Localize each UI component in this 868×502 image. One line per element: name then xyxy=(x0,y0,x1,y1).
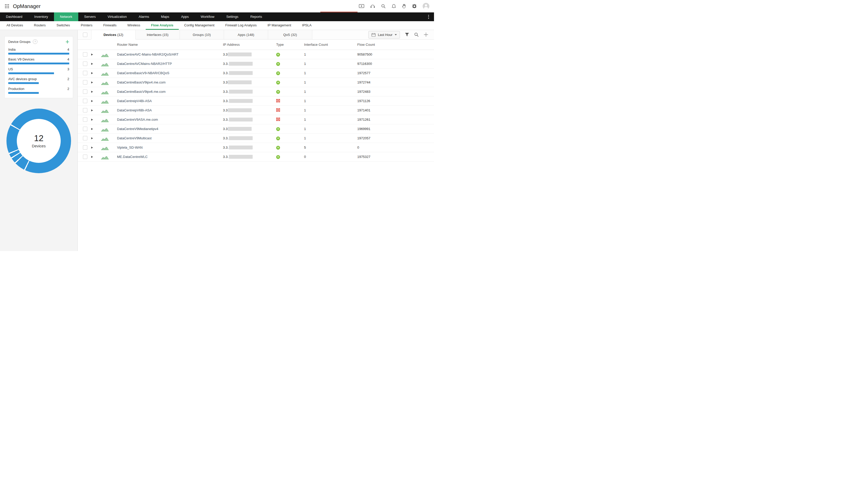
nav-maps[interactable]: Maps xyxy=(155,12,175,21)
expand-arrow-icon[interactable] xyxy=(91,63,93,65)
group-item-india[interactable]: India 4 xyxy=(5,46,73,56)
row-checkbox[interactable] xyxy=(83,80,87,84)
sparkline-chart-icon[interactable] xyxy=(101,154,117,160)
router-name-link[interactable]: DataCentreipV4Bi-ASA xyxy=(117,99,223,103)
subnav-switches[interactable]: Switches xyxy=(51,21,75,30)
tab-groups[interactable]: Groups (10) xyxy=(180,30,224,39)
row-checkbox[interactable] xyxy=(83,61,87,66)
group-item-us[interactable]: US 3 xyxy=(5,66,73,76)
nav-alarms[interactable]: Alarms xyxy=(133,12,155,21)
search-icon[interactable] xyxy=(381,4,386,9)
help-icon[interactable]: ? xyxy=(33,39,38,44)
subnav-ip-management[interactable]: IP Management xyxy=(262,21,297,30)
nav-reports[interactable]: Reports xyxy=(245,12,268,21)
row-checkbox[interactable] xyxy=(83,108,87,112)
row-checkbox[interactable] xyxy=(83,99,87,103)
router-name-link[interactable]: DataCentreBasicV9ipv4.me.com xyxy=(117,80,223,84)
user-avatar[interactable] xyxy=(423,3,429,10)
row-checkbox[interactable] xyxy=(83,127,87,131)
group-item-basic-v9[interactable]: Basic V9 Devices 4 xyxy=(5,56,73,66)
demo-player-icon[interactable] xyxy=(359,4,364,9)
nav-settings[interactable]: Settings xyxy=(220,12,245,21)
tab-interfaces[interactable]: Interfaces (15) xyxy=(136,30,180,39)
router-name-link[interactable]: DataCentreBasicV9-NBAR/CBQoS xyxy=(117,71,223,75)
expand-arrow-icon[interactable] xyxy=(91,72,93,74)
col-flow-count[interactable]: Flow Count xyxy=(357,43,434,47)
time-range-dropdown[interactable]: Last Hour xyxy=(369,31,400,39)
expand-arrow-icon[interactable] xyxy=(91,53,93,56)
router-name-link[interactable]: DataCentreipV6Bi-ASA xyxy=(117,108,223,112)
col-interface-count[interactable]: Interface Count xyxy=(304,43,357,47)
row-checkbox[interactable] xyxy=(83,89,87,94)
nav-servers[interactable]: Servers xyxy=(78,12,102,21)
apps-grid-icon[interactable] xyxy=(5,4,9,9)
filter-funnel-icon[interactable] xyxy=(405,32,409,37)
sparkline-chart-icon[interactable] xyxy=(101,127,117,132)
sparkline-chart-icon[interactable] xyxy=(101,108,117,113)
subnav-routers[interactable]: Routers xyxy=(28,21,51,30)
sparkline-chart-icon[interactable] xyxy=(101,89,117,94)
group-item-avc[interactable]: AVC devices group 2 xyxy=(5,76,73,86)
router-name-link[interactable]: ME.DataCentreWLC xyxy=(117,155,223,159)
router-name-link[interactable]: DataCentreAVC-Mains-NBAR2/QoS/ART xyxy=(117,52,223,56)
sparkline-chart-icon[interactable] xyxy=(101,99,117,104)
tab-qos[interactable]: QoS (32) xyxy=(268,30,312,39)
col-router-name[interactable]: Router Name xyxy=(117,43,223,47)
nav-more-icon[interactable] xyxy=(423,12,434,21)
subnav-firewall-log-analysis[interactable]: Firewall Log Analysis xyxy=(220,21,262,30)
router-name-link[interactable]: DataCentreBasicV9ipv6.me.com xyxy=(117,90,223,93)
expand-arrow-icon[interactable] xyxy=(91,156,93,158)
subnav-ipsla[interactable]: IPSLA xyxy=(297,21,317,30)
row-checkbox[interactable] xyxy=(83,136,87,140)
router-name-link[interactable]: DataCentreV9Multicast xyxy=(117,136,223,140)
tab-devices[interactable]: Devices (12) xyxy=(91,30,136,39)
col-type[interactable]: Type xyxy=(276,43,304,47)
expand-arrow-icon[interactable] xyxy=(91,81,93,83)
subnav-config-management[interactable]: Config Management xyxy=(179,21,220,30)
expand-arrow-icon[interactable] xyxy=(91,109,93,111)
nav-inventory[interactable]: Inventory xyxy=(28,12,54,21)
add-icon[interactable] xyxy=(424,32,428,37)
row-checkbox[interactable] xyxy=(83,117,87,122)
row-checkbox[interactable] xyxy=(83,145,87,150)
sparkline-chart-icon[interactable] xyxy=(101,145,117,150)
select-all-checkbox[interactable] xyxy=(83,32,87,37)
router-name-link[interactable]: Viptela_SD-WAN xyxy=(117,145,223,149)
expand-arrow-icon[interactable] xyxy=(91,137,93,139)
support-headset-icon[interactable] xyxy=(370,4,375,9)
sparkline-chart-icon[interactable] xyxy=(101,136,117,141)
subnav-flow-analysis[interactable]: Flow Analysis xyxy=(146,21,179,30)
router-name-link[interactable]: DataCentreV9ASA.me.com xyxy=(117,118,223,121)
expand-arrow-icon[interactable] xyxy=(91,128,93,130)
nav-apps[interactable]: Apps xyxy=(175,12,195,21)
notifications-bell-icon[interactable] xyxy=(392,4,396,9)
subnav-printers[interactable]: Printers xyxy=(75,21,98,30)
sparkline-chart-icon[interactable] xyxy=(101,117,117,122)
settings-gear-icon[interactable] xyxy=(412,4,417,9)
subnav-firewalls[interactable]: Firewalls xyxy=(98,21,122,30)
table-search-icon[interactable] xyxy=(414,32,419,37)
expand-arrow-icon[interactable] xyxy=(91,147,93,149)
sparkline-chart-icon[interactable] xyxy=(101,80,117,85)
expand-arrow-icon[interactable] xyxy=(91,91,93,93)
gesture-hand-icon[interactable] xyxy=(402,4,406,9)
router-name-link[interactable]: DataCentreAVCMains-NBAR2/HTTP xyxy=(117,62,223,66)
subnav-all-devices[interactable]: All Devices xyxy=(1,21,28,30)
row-checkbox[interactable] xyxy=(83,52,87,57)
expand-arrow-icon[interactable] xyxy=(91,100,93,102)
nav-network[interactable]: Network xyxy=(54,12,78,21)
row-checkbox[interactable] xyxy=(83,71,87,75)
router-name-link[interactable]: DataCentreV9Medianetipv4 xyxy=(117,127,223,131)
nav-workflow[interactable]: Workflow xyxy=(195,12,220,21)
subnav-wireless[interactable]: Wireless xyxy=(122,21,146,30)
nav-virtualization[interactable]: Virtualization xyxy=(102,12,133,21)
col-ip-address[interactable]: IP Address xyxy=(223,43,276,47)
expand-arrow-icon[interactable] xyxy=(91,119,93,121)
sparkline-chart-icon[interactable] xyxy=(101,52,117,57)
row-checkbox[interactable] xyxy=(83,154,87,159)
add-group-icon[interactable]: + xyxy=(65,39,69,44)
tab-apps[interactable]: Apps (148) xyxy=(224,30,268,39)
nav-dashboard[interactable]: Dashboard xyxy=(0,12,28,21)
sparkline-chart-icon[interactable] xyxy=(101,61,117,67)
sparkline-chart-icon[interactable] xyxy=(101,71,117,76)
